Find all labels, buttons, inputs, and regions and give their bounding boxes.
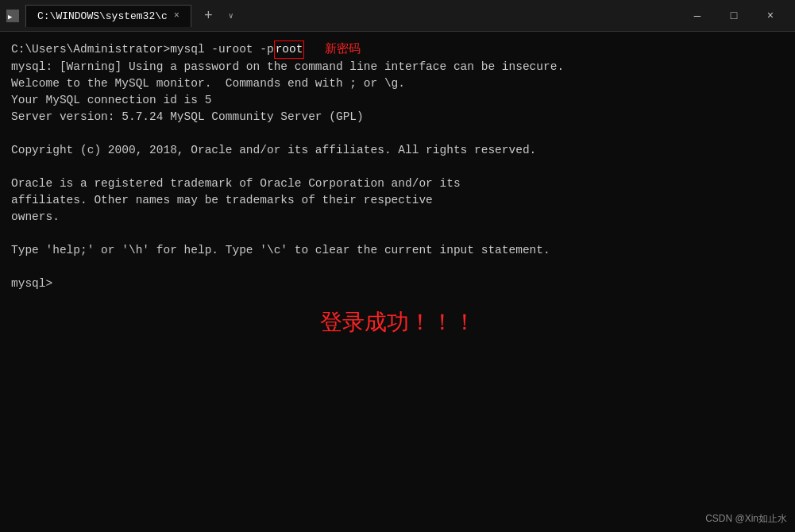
connection-id-line: Your MySQL connection id is 5	[11, 92, 784, 109]
copyright-line: Copyright (c) 2000, 2018, Oracle and/or …	[11, 142, 784, 159]
active-tab[interactable]: C:\WINDOWS\system32\c ×	[25, 5, 191, 27]
mysql-prompt: mysql>	[11, 276, 784, 292]
blank4	[11, 259, 784, 276]
maximize-button[interactable]: □	[716, 0, 752, 32]
oracle-line2: affiliates. Other names may be trademark…	[11, 192, 784, 209]
success-message: 登录成功！！！	[11, 306, 784, 339]
help-line: Type 'help;' or '\h' for help. Type '\c'…	[11, 242, 784, 259]
minimize-button[interactable]: —	[679, 0, 716, 32]
titlebar: ▶ C:\WINDOWS\system32\c × + ∨ — □ ×	[0, 0, 795, 32]
terminal-window: ▶ C:\WINDOWS\system32\c × + ∨ — □ × C:\U…	[0, 0, 795, 532]
watermark: CSDN @Xin如止水	[705, 512, 787, 526]
welcome-line: Welcome to the MySQL monitor. Commands e…	[11, 75, 784, 92]
annotation-new-pw: 新密码	[325, 40, 361, 57]
svg-text:▶: ▶	[8, 13, 13, 21]
warning-line: mysql: [Warning] Using a password on the…	[11, 59, 784, 75]
close-button[interactable]: ×	[752, 0, 789, 32]
oracle-line3: owners.	[11, 209, 784, 226]
titlebar-left: ▶ C:\WINDOWS\system32\c × + ∨	[6, 5, 679, 27]
blank3	[11, 226, 784, 242]
server-version-line: Server version: 5.7.24 MySQL Community S…	[11, 109, 784, 125]
tab-close-button[interactable]: ×	[174, 11, 179, 21]
terminal-body: C:\Users\Administrator>mysql -uroot -pro…	[0, 32, 795, 532]
cmd-prompt: C:\Users\Administrator>	[11, 41, 170, 58]
new-tab-button[interactable]: +	[198, 8, 219, 24]
window-controls: — □ ×	[679, 0, 789, 32]
blank2	[11, 159, 784, 175]
oracle-line1: Oracle is a registered trademark of Orac…	[11, 175, 784, 192]
tab-dropdown-button[interactable]: ∨	[226, 11, 237, 21]
blank1	[11, 125, 784, 142]
cmd-text1: mysql -uroot -p	[170, 41, 274, 58]
tab-label: C:\WINDOWS\system32\c	[37, 10, 168, 22]
command-line: C:\Users\Administrator>mysql -uroot -pro…	[11, 40, 784, 59]
highlighted-password: root	[274, 40, 305, 59]
terminal-icon: ▶	[6, 10, 19, 22]
